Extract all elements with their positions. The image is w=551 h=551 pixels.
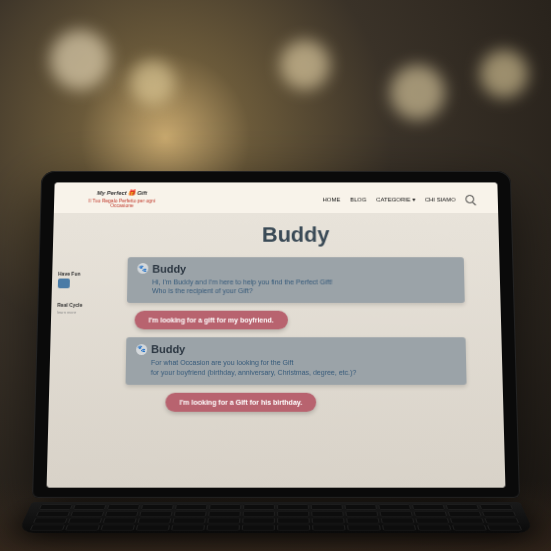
nav-home[interactable]: HOME: [322, 197, 340, 203]
nav-chisiamo[interactable]: CHI SIAMO: [424, 197, 455, 203]
main-nav: HOME BLOG CATEGORIE ▾ CHI SIAMO: [322, 195, 474, 204]
bot-name: Buddy: [152, 263, 186, 275]
side-item-1[interactable]: Have Fun: [57, 270, 82, 287]
keyboard: [17, 502, 533, 533]
screen-frame: My Perfect 🎁 Gift Il Tuo Regalo Perfetto…: [32, 171, 520, 498]
nav-categorie[interactable]: CATEGORIE ▾: [376, 196, 415, 203]
chat-thread: 🐾 Buddy Hi, I'm Buddy and I'm here to he…: [125, 257, 467, 412]
logo[interactable]: My Perfect 🎁 Gift Il Tuo Regalo Perfetto…: [77, 190, 166, 209]
content: Have Fun Real Cycle learn more Buddy 🐾 B…: [46, 213, 505, 488]
bot-name: Buddy: [151, 344, 185, 356]
user-message-1: I'm looking for a gift for my boyfriend.: [134, 311, 287, 330]
bot-text-2: For what Occasion are you looking for th…: [135, 358, 456, 377]
bot-message-2: 🐾 Buddy For what Occasion are you lookin…: [125, 338, 466, 385]
bot-text-1: Hi, I'm Buddy and I'm here to help you f…: [137, 277, 455, 295]
bot-message-1: 🐾 Buddy Hi, I'm Buddy and I'm here to he…: [126, 257, 464, 304]
logo-tagline: Il Tuo Regalo Perfetto per ogni Occasion…: [77, 198, 166, 209]
gift-icon: [57, 278, 69, 288]
nav-blog[interactable]: BLOG: [349, 197, 365, 203]
header: My Perfect 🎁 Gift Il Tuo Regalo Perfetto…: [53, 182, 497, 212]
bot-avatar-icon: 🐾: [136, 344, 147, 355]
screen: My Perfect 🎁 Gift Il Tuo Regalo Perfetto…: [46, 182, 505, 487]
laptop: My Perfect 🎁 Gift Il Tuo Regalo Perfetto…: [30, 171, 521, 551]
page-title: Buddy: [261, 222, 329, 247]
side-item-2[interactable]: Real Cycle learn more: [57, 302, 82, 315]
bot-avatar-icon: 🐾: [137, 263, 148, 274]
user-message-2: I'm looking for a Gift for his birthday.: [165, 393, 316, 412]
side-links: Have Fun Real Cycle learn more: [57, 270, 83, 314]
search-icon[interactable]: [465, 195, 474, 204]
